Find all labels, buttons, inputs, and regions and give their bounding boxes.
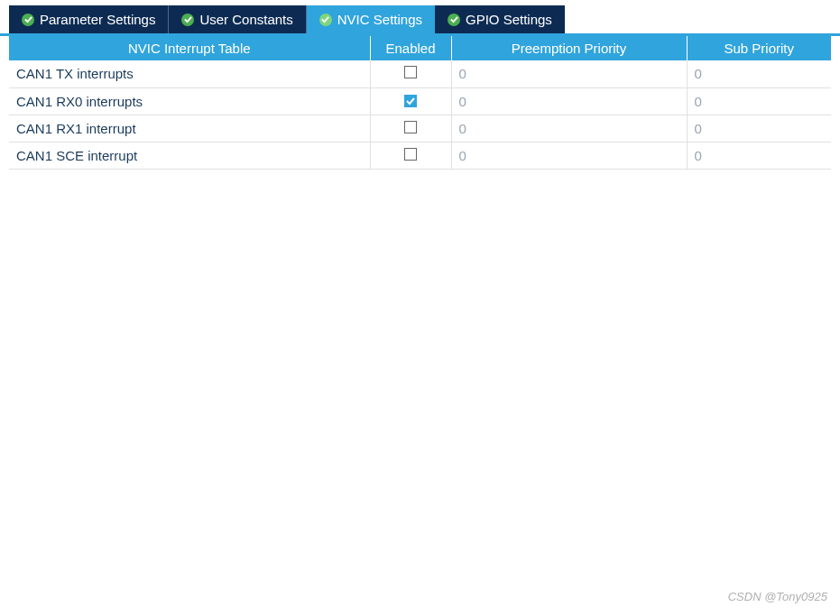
sub-priority[interactable]: 0: [687, 87, 831, 115]
preemption-priority[interactable]: 0: [451, 60, 687, 87]
tab-label: NVIC Settings: [337, 12, 422, 27]
interrupt-name: CAN1 SCE interrupt: [9, 142, 370, 169]
enabled-checkbox[interactable]: [404, 66, 417, 78]
table-row[interactable]: CAN1 RX1 interrupt 0 0: [9, 115, 831, 142]
enabled-cell: [370, 87, 451, 115]
tab-label: User Constants: [199, 12, 292, 27]
enabled-checkbox[interactable]: [404, 95, 417, 107]
watermark: CSDN @Tony0925: [728, 590, 827, 603]
col-header-name[interactable]: NVIC Interrupt Table: [9, 36, 370, 60]
check-icon: [22, 14, 34, 26]
content-area: NVIC Interrupt Table Enabled Preemption …: [0, 36, 840, 170]
enabled-cell: [370, 142, 451, 169]
table-row[interactable]: CAN1 RX0 interrupts 0 0: [9, 87, 831, 115]
interrupt-name: CAN1 RX1 interrupt: [9, 115, 370, 142]
sub-priority[interactable]: 0: [687, 142, 831, 169]
col-header-preemption[interactable]: Preemption Priority: [451, 36, 687, 60]
nvic-interrupt-table: NVIC Interrupt Table Enabled Preemption …: [9, 36, 831, 170]
enabled-checkbox[interactable]: [404, 121, 417, 133]
enabled-cell: [370, 115, 451, 142]
preemption-priority[interactable]: 0: [451, 142, 687, 169]
check-icon: [448, 14, 460, 26]
tab-bar: Parameter Settings User Constants NVIC S…: [0, 0, 840, 36]
preemption-priority[interactable]: 0: [451, 115, 687, 142]
sub-priority[interactable]: 0: [687, 115, 831, 142]
col-header-sub[interactable]: Sub Priority: [687, 36, 831, 60]
sub-priority[interactable]: 0: [687, 60, 831, 87]
preemption-priority[interactable]: 0: [451, 87, 687, 115]
tab-label: Parameter Settings: [40, 12, 155, 27]
check-icon: [319, 14, 332, 26]
tab-nvic-settings[interactable]: NVIC Settings: [307, 5, 435, 33]
check-icon: [181, 14, 194, 26]
table-body: CAN1 TX interrupts 0 0 CAN1 RX0 interrup…: [9, 60, 831, 169]
col-header-enabled[interactable]: Enabled: [370, 36, 451, 60]
tab-gpio-settings[interactable]: GPIO Settings: [435, 5, 565, 33]
table-row[interactable]: CAN1 SCE interrupt 0 0: [9, 142, 831, 169]
tab-parameter-settings[interactable]: Parameter Settings: [9, 5, 169, 33]
enabled-cell: [370, 60, 451, 87]
enabled-checkbox[interactable]: [404, 148, 417, 161]
tab-user-constants[interactable]: User Constants: [169, 5, 306, 33]
table-row[interactable]: CAN1 TX interrupts 0 0: [9, 60, 831, 87]
tab-label: GPIO Settings: [466, 12, 552, 27]
interrupt-name: CAN1 RX0 interrupts: [9, 87, 370, 115]
interrupt-name: CAN1 TX interrupts: [9, 60, 370, 87]
